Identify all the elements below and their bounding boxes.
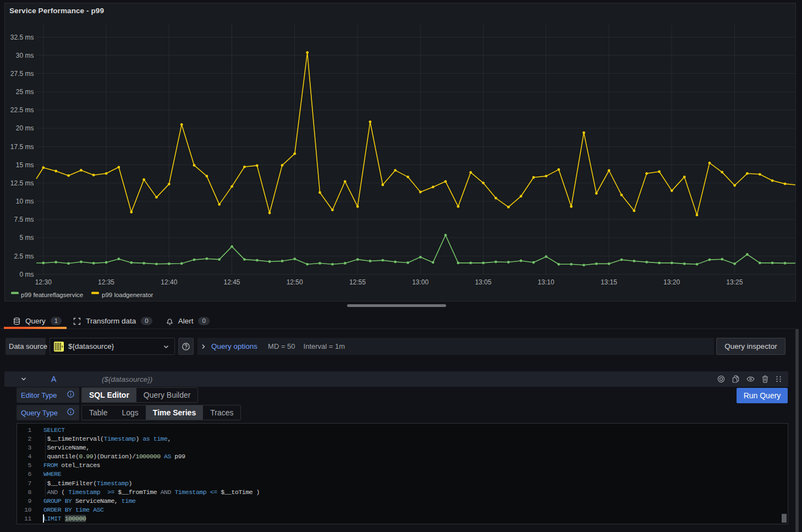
svg-text:27.5 ms: 27.5 ms [10,70,34,78]
svg-text:p99 loadgenerator: p99 loadgenerator [102,292,153,298]
svg-text:13:00: 13:00 [412,278,429,286]
svg-text:12:35: 12:35 [98,278,114,286]
svg-text:12:45: 12:45 [223,278,240,286]
svg-text:7.5 ms: 7.5 ms [14,216,34,223]
svg-text:2.5 ms: 2.5 ms [14,253,34,260]
svg-text:10 ms: 10 ms [16,198,34,205]
svg-text:13:25: 13:25 [726,278,743,286]
svg-text:22.5 ms: 22.5 ms [10,106,34,114]
svg-text:12.5 ms: 12.5 ms [10,179,34,187]
svg-text:30 ms: 30 ms [16,52,34,59]
svg-text:12:55: 12:55 [349,278,366,286]
svg-text:25 ms: 25 ms [16,88,34,96]
svg-text:32.5 ms: 32.5 ms [10,34,34,41]
svg-text:20 ms: 20 ms [16,124,34,132]
svg-text:0 ms: 0 ms [19,271,34,278]
svg-text:15 ms: 15 ms [16,161,34,169]
svg-text:13:05: 13:05 [475,278,491,286]
svg-text:13:10: 13:10 [538,278,554,286]
svg-text:5 ms: 5 ms [19,234,34,242]
svg-text:13:20: 13:20 [663,278,680,286]
svg-text:13:15: 13:15 [601,278,617,286]
svg-text:12:50: 12:50 [287,278,303,286]
svg-text:12:30: 12:30 [35,278,52,286]
svg-text:17.5 ms: 17.5 ms [10,143,34,151]
svg-text:p99 featureflagservice: p99 featureflagservice [21,292,83,298]
svg-text:12:40: 12:40 [161,278,177,286]
